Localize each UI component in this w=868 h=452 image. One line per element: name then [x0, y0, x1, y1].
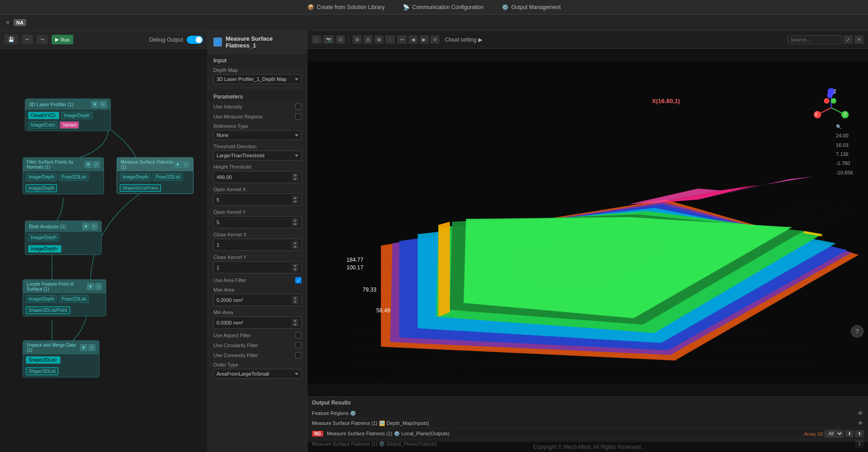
node-filter-surface[interactable]: Filter Surface Points by Normals (1) ▼ +…	[23, 157, 104, 194]
open-kernel-y-up[interactable]: ▲	[292, 218, 298, 222]
view-search-input[interactable]	[788, 35, 842, 44]
topbar-comm-config[interactable]: 📡 Communication Configuration	[403, 4, 484, 10]
topbar-create-solution[interactable]: 📦 Create from Solution Library	[307, 4, 385, 10]
port-blob-out: Image/Depth↑	[28, 245, 61, 253]
open-kernel-x-down[interactable]: ▼	[292, 200, 298, 203]
node-collapse-6-icon[interactable]: ▼	[80, 344, 87, 351]
svg-text:-10.656: -10.656	[836, 170, 853, 175]
view-reset[interactable]: ↺	[430, 35, 439, 44]
main-layout: 💾 ↩ ↪ ▶ Run Debug Output	[0, 31, 868, 452]
close-kernel-y-up[interactable]: ▲	[292, 264, 298, 267]
view-expand[interactable]: ⤢	[844, 35, 853, 44]
close-kernel-x-down[interactable]: ▼	[292, 245, 298, 249]
view-grid-5[interactable]: ⊟	[363, 35, 373, 44]
view-next[interactable]: ▶	[420, 35, 429, 44]
node-add-2-icon[interactable]: +	[93, 161, 100, 168]
svg-text:X: X	[815, 112, 818, 117]
order-type-select[interactable]: AreaFromLargeToSmall AreaFromSmallToLarg…	[213, 369, 302, 379]
node-add-3-icon[interactable]: +	[182, 161, 189, 168]
threshold-dir-select[interactable]: LargerThanThreshold SmallerThanThreshold	[213, 151, 302, 160]
cloud-setting[interactable]: Cloud setting ▶	[445, 37, 482, 43]
svg-point-43	[831, 98, 836, 104]
node-add-5-icon[interactable]: +	[95, 283, 102, 290]
min-area-down[interactable]: ▼	[292, 323, 298, 326]
node-collapse-4-icon[interactable]: ▼	[82, 223, 90, 230]
use-circularity-filter-checkbox[interactable]	[295, 342, 302, 348]
run-button[interactable]: ▶ Run	[52, 35, 73, 44]
local-plane-upload[interactable]: ⬆	[855, 430, 863, 437]
close-kernel-x-input: 1 ▲ ▼	[213, 239, 302, 251]
canvas-toolbar: 💾 ↩ ↪ ▶ Run Debug Output	[0, 31, 208, 49]
node-laser-profiler[interactable]: 3D Laser Profiler (1) ▼ + Cloud(XYZ)↑ Im…	[25, 99, 111, 131]
view-cam-icon[interactable]: 📷	[323, 35, 334, 44]
eye-depth-map[interactable]: 👁	[858, 420, 863, 427]
min-area-up[interactable]: ▲	[292, 319, 298, 322]
height-threshold-up[interactable]: ▲	[292, 173, 298, 177]
topbar-output-mgmt[interactable]: ⚙️ Output Management	[502, 4, 561, 10]
use-intensity-checkbox[interactable]	[295, 104, 302, 110]
node-collapse-3-icon[interactable]: ▼	[174, 161, 181, 168]
depth-map-select[interactable]: 3D Laser Profiler_1_Depth Map	[213, 74, 302, 84]
view-close[interactable]: ✕	[854, 35, 863, 44]
canvas-area[interactable]: 3D Laser Profiler (1) ▼ + Cloud(XYZ)↑ Im…	[0, 49, 208, 452]
titlebar: ✕ NA	[0, 14, 868, 31]
min-area-label: Min Area	[213, 310, 302, 315]
use-area-filter-label: Use Area Filter	[213, 278, 246, 283]
use-convexity-filter-checkbox[interactable]	[295, 352, 302, 358]
use-measure-regions-checkbox[interactable]	[295, 113, 302, 120]
close-kernel-y-down[interactable]: ▼	[292, 268, 298, 271]
gear-icon: ⚙️	[502, 4, 509, 10]
cloud-setting-arrow: ▶	[478, 37, 482, 43]
save-button[interactable]: 💾	[5, 35, 18, 44]
open-kernel-y-row: Open Kernel Y 5 ▲ ▼	[208, 207, 307, 230]
height-threshold-down[interactable]: ▼	[292, 177, 298, 181]
node-blob[interactable]: Blob Analysis (1) ▼ + Image/Depth Image/…	[25, 221, 102, 255]
node-add-6-icon[interactable]: +	[88, 344, 95, 351]
close-kernel-y-label: Close Kernel Y	[213, 254, 302, 260]
view-rect-select[interactable]: ⬚	[312, 35, 321, 44]
max-area-up[interactable]: ▲	[292, 296, 298, 300]
node-add-4-icon[interactable]: +	[90, 223, 98, 230]
debug-toggle[interactable]	[187, 36, 203, 44]
use-area-filter-checkbox[interactable]: ✓	[295, 277, 302, 283]
open-kernel-y-down[interactable]: ▼	[292, 222, 298, 226]
help-button[interactable]: ?	[851, 325, 863, 338]
view-grid-9[interactable]: ⊠	[374, 35, 383, 44]
eye-feature-regions[interactable]: 👁	[858, 410, 863, 417]
local-plane-download[interactable]: ⬇	[845, 430, 854, 437]
reference-type-select[interactable]: None Plane Custom	[213, 130, 302, 140]
local-plane-select[interactable]: All	[825, 430, 844, 438]
view-3d[interactable]: X Y Z X(16.80,1) 24.00 16.03 7.136 -1.76…	[307, 49, 868, 396]
use-aspect-filter-label: Use Aspect Filter	[213, 333, 251, 338]
view-prev[interactable]: ◀	[409, 35, 418, 44]
view-grid-4[interactable]: ⊞	[353, 35, 362, 44]
port-up-in: Shape/2DList↑	[26, 356, 61, 364]
svg-text:184.77: 184.77	[346, 257, 363, 263]
open-kernel-x-up[interactable]: ▲	[292, 196, 298, 199]
port-mf-out: Shape/2DList/Trans	[120, 184, 161, 192]
node-add-icon[interactable]: +	[99, 101, 107, 108]
node-collapse-2-icon[interactable]: ▼	[85, 161, 92, 168]
max-area-down[interactable]: ▼	[292, 300, 298, 304]
node-collapse-5-icon[interactable]: ▼	[87, 283, 94, 290]
node-locate[interactable]: Locate Feature Point of Surface (1) ▼ + …	[23, 279, 106, 316]
use-aspect-filter-checkbox[interactable]	[295, 332, 302, 339]
redo-button[interactable]: ↪	[37, 35, 48, 44]
depth-map-label: Depth Map	[213, 67, 302, 73]
svg-text:16.03: 16.03	[836, 142, 849, 148]
view-fit[interactable]: ⊡	[336, 35, 345, 44]
mid-panel: 🔷 Measure Surface Flatness_1 Input Depth…	[208, 31, 307, 452]
cloud-setting-label: Cloud setting	[445, 37, 476, 43]
view-scatter[interactable]: ⋮	[385, 35, 395, 44]
node-unpack[interactable]: Unpack and Merge Data (1) ▼ + Shape/2DLi…	[23, 340, 99, 377]
node-measure-flatness[interactable]: Measure Surface Flatness (1) ▼ + Image/D…	[117, 157, 193, 194]
window-close-icon[interactable]: ✕	[5, 19, 10, 26]
close-kernel-x-row: Close Kernel X 1 ▲ ▼	[208, 230, 307, 253]
open-kernel-x-input: 5 ▲ ▼	[213, 193, 302, 206]
port-cloud: Cloud(XYZ)↑	[28, 112, 59, 119]
node-collapse-icon[interactable]: ▼	[91, 101, 99, 108]
view-layout[interactable]: ⊶	[397, 35, 407, 44]
close-kernel-x-up[interactable]: ▲	[292, 241, 298, 245]
undo-button[interactable]: ↩	[22, 35, 33, 44]
height-threshold-row: Height Threshold 499.00 ▲ ▼	[208, 162, 307, 185]
